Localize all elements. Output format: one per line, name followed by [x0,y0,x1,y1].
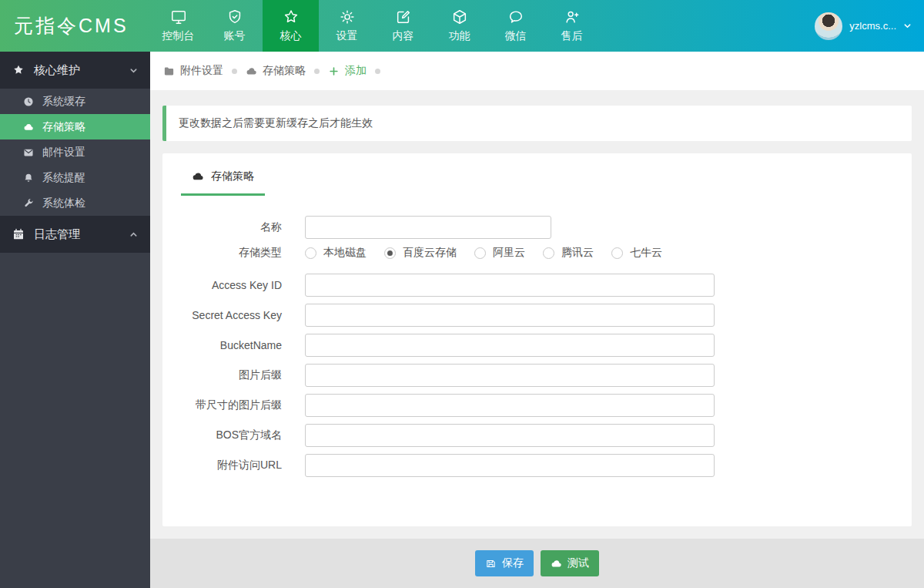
user-menu[interactable]: yzlcms.c... [815,0,924,52]
radio-circle-icon [543,247,554,259]
radio-local-disk[interactable]: 本地磁盘 [305,246,367,260]
monitor-icon [170,8,187,25]
field-label: 带尺寸的图片后缀 [162,398,282,412]
sidebar-item-system-cache[interactable]: 系统缓存 [0,89,150,114]
breadcrumb-separator [314,69,320,74]
bos-domain-input[interactable] [305,424,715,447]
nav-item-account[interactable]: 账号 [206,0,263,52]
nav-item-content[interactable]: 内容 [375,0,431,52]
top-header: 元指令CMS 控制台 账号 核心 设置 [0,0,924,52]
sidebar-section-core-maintenance[interactable]: 核心维护 [0,52,150,89]
content-area: 更改数据之后需要更新缓存之后才能生效 存储策略 名称 [150,90,924,539]
sidebar-item-storage-policy[interactable]: 存储策略 [0,114,150,139]
radio-circle-icon [611,247,623,259]
access-key-id-input[interactable] [305,274,715,297]
form-row-bos-domain: BOS官方域名 [162,424,912,447]
field-label: 存储类型 [162,246,282,260]
breadcrumb-item-attachment-settings[interactable]: 附件设置 [163,64,223,78]
calendar-icon [12,228,25,240]
storage-policy-form: 名称 存储类型 本地磁盘 百度云存储 [162,216,912,477]
breadcrumb-add-link[interactable]: 添加 [328,64,367,78]
breadcrumb-item-storage-policy[interactable]: 存储策略 [246,64,306,78]
nav-item-wechat[interactable]: 微信 [487,0,544,52]
radio-circle-icon [474,247,486,259]
nav-item-aftersale[interactable]: 售后 [544,0,600,52]
field-label: BucketName [162,339,282,351]
form-row-name: 名称 [162,216,912,239]
attachment-url-input[interactable] [305,454,715,477]
nav-item-settings[interactable]: 设置 [319,0,375,52]
field-label: 附件访问URL [162,459,282,472]
field-label: BOS官方域名 [162,428,282,442]
breadcrumb: 附件设置 存储策略 添加 [150,52,924,90]
avatar [815,12,842,40]
wrench-icon [23,198,34,209]
cloud-icon [551,558,562,570]
save-button[interactable]: 保存 [475,550,534,576]
tab-bar: 存储策略 [162,153,912,196]
radio-tencent-cloud[interactable]: 腾讯云 [543,246,594,260]
test-button[interactable]: 测试 [541,550,599,576]
field-label: Secret Access Key [162,309,282,321]
field-label: Access Key ID [162,279,282,291]
radio-circle-checked-icon [384,247,396,259]
folder-icon [163,66,175,77]
form-row-image-suffix: 图片后缀 [162,364,912,387]
app-logo: 元指令CMS [0,0,150,52]
sidebar-item-system-notify[interactable]: 系统提醒 [0,165,150,190]
star-icon [283,8,300,25]
sized-image-suffix-input[interactable] [305,394,715,417]
cloud-icon [246,66,257,77]
form-footer: 保存 测试 [150,539,924,588]
radio-aliyun[interactable]: 阿里云 [474,246,525,260]
radio-circle-icon [305,247,316,259]
breadcrumb-separator [232,69,237,74]
sidebar: 核心维护 系统缓存 存储策略 邮件设置 [0,52,150,588]
secret-access-key-input[interactable] [305,304,715,327]
form-row-access-key-id: Access Key ID [162,274,912,297]
top-nav: 控制台 账号 核心 设置 内容 [150,0,600,52]
sidebar-empty-area [0,253,150,588]
field-label: 名称 [162,220,282,234]
nav-item-console[interactable]: 控制台 [150,0,206,52]
bell-icon [23,173,34,183]
cloud-icon [23,122,34,133]
sidebar-item-mail-settings[interactable]: 邮件设置 [0,139,150,165]
main-area: 附件设置 存储策略 添加 更改数据之后需要更新缓存之后才能生效 [150,52,924,588]
bucket-name-input[interactable] [305,334,715,357]
field-label: 图片后缀 [162,368,282,382]
shield-icon [226,8,243,25]
envelope-icon [23,147,34,158]
chat-icon [507,8,524,25]
radio-qiniu-cloud[interactable]: 七牛云 [611,246,662,260]
edit-icon [395,8,412,25]
sidebar-section-log-management[interactable]: 日志管理 [0,216,150,253]
user-plus-icon [564,8,581,25]
cache-notice-alert: 更改数据之后需要更新缓存之后才能生效 [162,106,912,141]
clock-icon [23,96,34,107]
form-row-bucket-name: BucketName [162,334,912,357]
name-input[interactable] [305,216,551,239]
form-row-storage-type: 存储类型 本地磁盘 百度云存储 阿里云 [162,246,912,260]
chevron-down-icon [129,66,138,75]
tab-storage-policy[interactable]: 存储策略 [181,170,265,196]
form-row-secret-access-key: Secret Access Key [162,304,912,327]
chevron-down-icon [903,22,912,30]
form-row-attachment-url: 附件访问URL [162,454,912,477]
cloud-icon [192,170,204,183]
radio-baidu-cloud[interactable]: 百度云存储 [384,246,457,260]
form-row-sized-image-suffix: 带尺寸的图片后缀 [162,394,912,417]
plus-icon [328,66,340,77]
save-icon [485,558,497,570]
sidebar-item-system-check[interactable]: 系统体检 [0,190,150,216]
username: yzlcms.c... [849,20,896,32]
storage-policy-panel: 存储策略 名称 存储类型 本地磁盘 [162,153,912,526]
star-icon [12,64,25,76]
chevron-up-icon [129,230,138,239]
breadcrumb-separator [375,69,380,74]
nav-item-core[interactable]: 核心 [263,0,319,52]
cube-icon [451,8,468,25]
nav-item-features[interactable]: 功能 [431,0,487,52]
gear-icon [339,8,356,25]
image-suffix-input[interactable] [305,364,715,387]
